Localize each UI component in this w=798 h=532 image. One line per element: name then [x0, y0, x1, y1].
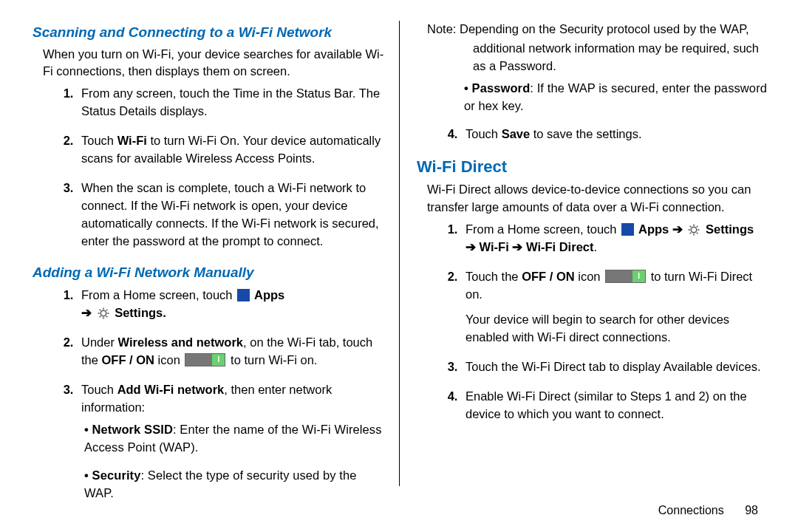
apps-icon: [237, 289, 250, 301]
subheading-adding: Adding a Wi-Fi Network Manually: [33, 262, 384, 283]
toggle-on-icon: [185, 353, 225, 366]
subheading-scanning: Scanning and Connecting to a Wi-Fi Netwo…: [33, 22, 384, 43]
settings-icon: [687, 223, 700, 236]
steps-continued: Touch Save to save the settings.: [417, 126, 768, 143]
bullet-ssid: Network SSID: Enter the name of the Wi-F…: [84, 421, 384, 457]
left-column: Scanning and Connecting to a Wi-Fi Netwo…: [33, 18, 400, 525]
wd-step-1: From a Home screen, touch Apps ➔ Setting…: [461, 221, 768, 256]
page-footer: Connections 98: [658, 502, 758, 519]
manual-page: Scanning and Connecting to a Wi-Fi Netwo…: [0, 0, 798, 532]
steps-wifi-direct: From a Home screen, touch Apps ➔ Setting…: [417, 221, 768, 423]
step-2-adding: Under Wireless and network, on the Wi-Fi…: [77, 334, 384, 369]
bullet-security: Security: Select the type of security us…: [84, 467, 384, 502]
step-2: Touch Wi-Fi to turn Wi-Fi On. Your devic…: [77, 132, 384, 168]
toggle-on-icon: [605, 270, 646, 283]
settings-icon: [97, 307, 110, 320]
wd-step-2: Touch the OFF / ON icon to turn Wi-Fi Di…: [461, 268, 768, 347]
footer-section: Connections: [658, 504, 724, 516]
wd-step-4: Enable Wi-Fi Direct (similar to Steps 1 …: [461, 388, 768, 423]
right-column: Note: Depending on the Security protocol…: [400, 18, 768, 525]
section-heading-wifi-direct: Wi-Fi Direct: [417, 155, 768, 179]
column-divider: [399, 21, 400, 486]
page-number: 98: [745, 504, 758, 516]
intro-text: When you turn on Wi-Fi, your device sear…: [33, 46, 384, 81]
apps-icon: [621, 223, 634, 236]
step-3: When the scan is complete, touch a Wi-Fi…: [77, 180, 384, 250]
steps-scanning: From any screen, touch the Time in the S…: [33, 85, 384, 250]
bullet-password: Password: If the WAP is secured, enter t…: [464, 80, 768, 115]
svg-point-0: [100, 310, 106, 316]
intro-wifi-direct: Wi-Fi Direct allows device-to-device con…: [417, 181, 768, 216]
svg-point-1: [692, 228, 698, 233]
note: Note: Depending on the Security protocol…: [417, 21, 768, 75]
step-1: From any screen, touch the Time in the S…: [77, 85, 384, 120]
steps-adding: From a Home screen, touch Apps ➔ Setting…: [33, 287, 384, 502]
step-3-adding: Touch Add Wi-Fi network, then enter netw…: [77, 381, 384, 502]
wd-step-2-para: Your device will begin to search for oth…: [466, 311, 768, 347]
step-1-adding: From a Home screen, touch Apps ➔ Setting…: [77, 287, 384, 322]
sub-bullets: Network SSID: Enter the name of the Wi-F…: [81, 421, 384, 502]
wd-step-3: Touch the Wi-Fi Direct tab to display Av…: [461, 358, 768, 376]
sub-bullets-right: Password: If the WAP is secured, enter t…: [417, 80, 768, 115]
step-4: Touch Save to save the settings.: [461, 126, 768, 143]
